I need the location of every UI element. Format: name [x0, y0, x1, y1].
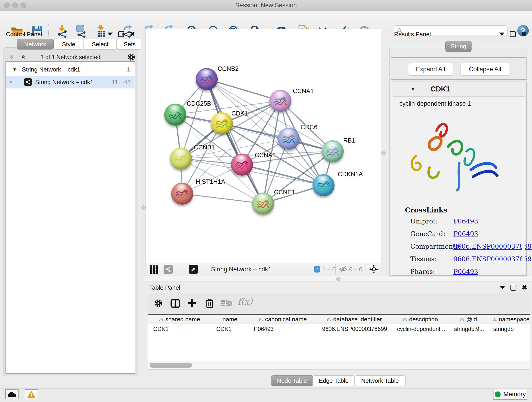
gear-icon[interactable]	[127, 53, 136, 61]
network-share-icon	[24, 78, 32, 86]
column-header-canonical-name[interactable]: canonical name	[249, 315, 317, 324]
table-horizontal-scrollbar[interactable]	[148, 361, 530, 369]
tree-expand-icon[interactable]: ▼	[12, 67, 17, 72]
gear-icon[interactable]	[154, 299, 163, 308]
edge-CCNB2-CCNA1[interactable]	[207, 79, 280, 101]
node-label-CDK1: CDK1	[231, 110, 248, 117]
memory-button[interactable]: Memory	[493, 389, 527, 400]
function-builder-icon[interactable]: f(x)	[238, 297, 253, 307]
column-header-description[interactable]: description	[392, 315, 449, 324]
network-canvas[interactable]: CCNB2CCNA1CDC25BCDK1CDC6RB1CCNB1CCNA2CDK…	[145, 29, 381, 263]
column-header-@id[interactable]: @id	[449, 315, 488, 324]
fit-content-crosshair-icon[interactable]	[369, 265, 379, 274]
crosslink-label: Uniprot:	[410, 217, 438, 225]
crosslink-link[interactable]: 9606.ENSP00000378699	[453, 255, 532, 263]
toolbar-separator	[180, 264, 180, 274]
column-header-namespace[interactable]: namespace	[488, 315, 530, 324]
open-in-window-icon[interactable]	[189, 265, 198, 274]
panel-float-icon[interactable]	[108, 32, 113, 36]
panel-float-icon[interactable]	[499, 32, 504, 36]
panel-close-icon[interactable]: ✖	[521, 32, 526, 36]
tab-network-table[interactable]: Network Table	[355, 375, 405, 386]
right-splitter[interactable]	[381, 29, 389, 276]
cloud-icon	[7, 391, 17, 398]
left-splitter[interactable]	[141, 29, 146, 276]
show-columns-icon[interactable]	[170, 298, 180, 308]
protein-structure-image	[402, 110, 503, 197]
crosslink-row: Compartments:9606.ENSP00000378699	[410, 243, 520, 255]
tab-node-table[interactable]: Node Table	[271, 375, 313, 386]
protein-ribbon-icon	[175, 189, 190, 201]
network-tree-row-selected[interactable]: ● String Network – cdk1 11 48	[6, 76, 135, 89]
cell[interactable]: 9606.ENSP00000378699	[317, 324, 392, 334]
tab-style[interactable]: Style	[54, 39, 83, 50]
tab-select[interactable]: Select	[84, 39, 117, 50]
node-label-CDC25B: CDC25B	[187, 100, 211, 107]
splitter-handle[interactable]	[381, 151, 386, 155]
crosslink-link[interactable]: P06493	[453, 268, 478, 275]
table-panel-header: Table Panel ✖	[148, 283, 530, 293]
results-scrollbar[interactable]	[522, 97, 525, 273]
cell[interactable]: stringdb	[488, 324, 530, 334]
node-CDC6[interactable]	[278, 128, 300, 150]
panel-close-icon[interactable]: ✖	[522, 285, 527, 290]
control-panel-title: Control Panel	[6, 31, 42, 38]
collapse-all-button[interactable]: Collapse All	[460, 63, 510, 75]
protein-ribbon-icon	[325, 146, 340, 159]
current-network-dot-icon: ●	[9, 79, 12, 85]
node-CCNE1[interactable]	[252, 192, 274, 215]
table-row[interactable]: CDK1CDK1P064939606.ENSP00000378699cyclin…	[148, 324, 530, 334]
edge-layer	[145, 29, 381, 263]
tab-string[interactable]: String	[445, 41, 472, 52]
collection-count: 1	[127, 66, 130, 73]
gene-section-header[interactable]: ▼ CDK1	[391, 82, 526, 96]
hidden-eye-icon[interactable]	[339, 266, 347, 273]
cell[interactable]: P06493	[249, 324, 317, 334]
cell[interactable]: cyclin-dependent ...	[392, 324, 449, 334]
node-CCNA1[interactable]	[269, 90, 291, 112]
cloud-button[interactable]	[5, 389, 19, 399]
column-header-shared-name[interactable]: shared name	[148, 315, 211, 324]
table-panel-title: Table Panel	[149, 284, 180, 291]
cell[interactable]: CDK1	[148, 324, 211, 334]
tab-edge-table[interactable]: Edge Table	[312, 375, 355, 386]
node-HIST1H1A[interactable]	[171, 183, 193, 205]
panel-undock-icon[interactable]	[510, 285, 516, 291]
panel-undock-icon[interactable]	[118, 31, 124, 37]
tab-network[interactable]: Network	[17, 39, 54, 50]
panel-undock-icon[interactable]	[510, 31, 516, 37]
node-CCNB1[interactable]	[170, 148, 192, 170]
section-collapse-icon[interactable]: ▼	[411, 87, 415, 92]
network-share-toggle-icon[interactable]	[164, 265, 173, 274]
node-CDK1[interactable]	[211, 112, 233, 134]
birds-eye-grid-icon[interactable]	[150, 265, 158, 274]
splitter-handle[interactable]	[336, 277, 341, 281]
tab-sets[interactable]: Sets	[117, 39, 142, 50]
expand-all-button[interactable]: Expand All	[408, 63, 453, 75]
column-header-database-identifier[interactable]: database identifier	[317, 315, 392, 324]
panel-float-icon[interactable]	[500, 286, 505, 289]
add-column-plus-icon[interactable]	[187, 298, 197, 308]
network-tree-root-row[interactable]: ▼ String Network – cdk1 1	[6, 63, 135, 76]
edge-HIST1H1A-CCNE1[interactable]	[182, 194, 263, 204]
splitter-handle[interactable]	[141, 205, 146, 210]
selected-checkbox-icon[interactable]: ✓	[314, 266, 320, 273]
node-CDC25B[interactable]	[164, 104, 186, 126]
delete-trash-icon[interactable]	[205, 298, 215, 308]
panel-close-icon[interactable]: ✖	[130, 32, 135, 36]
cell[interactable]: CDK1	[211, 324, 249, 334]
delete-table-icon[interactable]	[221, 300, 233, 307]
node-CCNA2[interactable]	[231, 153, 253, 176]
node-label-CCNA2: CCNA2	[255, 152, 276, 159]
crosslink-link[interactable]: 9606.ENSP00000378699	[453, 243, 532, 250]
crosslink-link[interactable]: P06493	[453, 217, 478, 225]
column-header-name[interactable]: name	[211, 315, 249, 324]
node-CCNB2[interactable]	[196, 68, 218, 90]
network-view-toolbar: String Network – cdk1 ✓ 1 – 0 0 – 0	[145, 263, 381, 276]
crosslink-link[interactable]: P06493	[453, 230, 478, 238]
node-CDKN1A[interactable]	[312, 174, 335, 196]
cell[interactable]: stringdb:9...	[449, 324, 488, 334]
scrollbar-thumb[interactable]	[150, 363, 192, 368]
node-RB1[interactable]	[322, 140, 344, 162]
warning-button[interactable]	[25, 389, 38, 399]
